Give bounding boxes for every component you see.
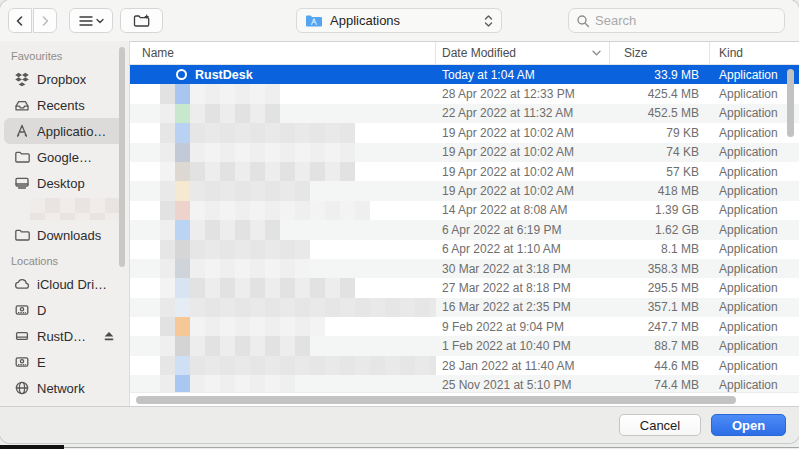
table-row[interactable]: 6 Apr 2022 at 6:19 PM1.62 GBApplication [130, 220, 799, 239]
table-row[interactable]: 9 Feb 2022 at 9:04 PM247.7 MBApplication [130, 317, 799, 336]
name-cell [130, 298, 436, 317]
name-cell [130, 84, 436, 103]
size-cell: 247.7 MB [610, 317, 710, 336]
size-cell: 425.4 MB [610, 84, 710, 103]
date-modified-cell: 6 Apr 2022 at 6:19 PM [436, 220, 610, 239]
table-row[interactable]: 14 Apr 2022 at 8:08 AM1.39 GBApplication [130, 201, 799, 220]
table-row[interactable]: 19 Apr 2022 at 10:02 AM74 KBApplication [130, 143, 799, 162]
table-rows: RustDeskToday at 1:04 AM33.9 MBApplicati… [130, 65, 799, 392]
back-button[interactable] [8, 8, 32, 33]
horizontal-scrollbar-thumb[interactable] [136, 396, 736, 404]
table-row[interactable]: 28 Apr 2022 at 12:33 PM425.4 MBApplicati… [130, 84, 799, 103]
sidebar-item-label: Desktop [37, 176, 85, 191]
name-cell [130, 317, 436, 336]
forward-button[interactable] [33, 8, 57, 33]
search-input[interactable]: Search [568, 8, 785, 33]
folder-icon [13, 227, 30, 244]
table-row[interactable]: 30 Mar 2022 at 3:18 PM358.3 MBApplicatio… [130, 259, 799, 278]
table-row[interactable]: 6 Apr 2022 at 1:10 AM8.1 MBApplication [130, 240, 799, 259]
sidebar-item-label: Applicatio… [37, 124, 106, 139]
size-cell: 57 KB [610, 162, 710, 181]
sort-chevron-down-icon [592, 50, 601, 56]
name-cell [130, 143, 436, 162]
sidebar-item-network[interactable]: Network [4, 375, 125, 401]
desktop-icon [13, 175, 30, 192]
redacted-name-mosaic [160, 317, 325, 336]
kind-cell: Application [710, 298, 799, 317]
size-cell: 1.39 GB [610, 201, 710, 220]
size-cell: 357.1 MB [610, 298, 710, 317]
sidebar-item-redacted[interactable] [30, 198, 121, 220]
sidebar-scrollbar[interactable] [119, 47, 125, 267]
open-button[interactable]: Open [711, 414, 786, 436]
location-dropdown[interactable]: Applications [296, 8, 502, 33]
sidebar-item-label: RustD… [37, 329, 86, 344]
sidebar-item-rustd[interactable]: RustD… [4, 323, 125, 349]
date-modified-cell: 19 Apr 2022 at 10:02 AM [436, 162, 610, 181]
date-modified-cell: Today at 1:04 AM [436, 65, 610, 84]
disk-icon [13, 302, 30, 319]
sidebar-item-applicatio[interactable]: Applicatio… [4, 118, 125, 144]
rustdesk-app-icon [176, 69, 187, 80]
column-header-date-modified[interactable]: Date Modified [436, 42, 610, 64]
date-modified-cell: 19 Apr 2022 at 10:02 AM [436, 123, 610, 142]
view-mode-button[interactable] [69, 8, 113, 33]
sidebar-item-google[interactable]: Google… [4, 144, 125, 170]
column-header-name[interactable]: Name [130, 42, 436, 64]
date-modified-cell: 27 Mar 2022 at 8:18 PM [436, 278, 610, 297]
date-modified-cell: 16 Mar 2022 at 2:35 PM [436, 298, 610, 317]
sidebar-section-label: Favourites [0, 43, 129, 66]
sidebar-item-iclouddri[interactable]: iCloud Dri… [4, 271, 125, 297]
date-modified-cell: 9 Feb 2022 at 9:04 PM [436, 317, 610, 336]
name-cell [130, 278, 436, 297]
sidebar-item-downloads[interactable]: Downloads [4, 222, 125, 248]
redacted-name-mosaic [160, 220, 280, 239]
file-name: RustDesk [195, 68, 253, 82]
sidebar-item-label: Network [37, 381, 85, 396]
redacted-name-mosaic [160, 104, 280, 123]
redacted-name-mosaic [160, 278, 355, 297]
table-row[interactable]: 27 Mar 2022 at 8:18 PM295.5 MBApplicatio… [130, 278, 799, 297]
vertical-scrollbar-thumb[interactable] [787, 69, 794, 137]
date-modified-cell: 28 Apr 2022 at 12:33 PM [436, 84, 610, 103]
sidebar-item-d[interactable]: D [4, 297, 125, 323]
table-row[interactable]: 19 Apr 2022 at 10:02 AM79 KBApplication [130, 123, 799, 142]
size-cell: 74 KB [610, 143, 710, 162]
table-row[interactable]: 25 Nov 2021 at 5:10 PM74.4 MBApplication [130, 375, 799, 392]
date-modified-cell: 6 Apr 2022 at 1:10 AM [436, 240, 610, 259]
kind-cell: Application [710, 278, 799, 297]
kind-cell: Application [710, 84, 799, 103]
name-cell [130, 375, 436, 392]
chevron-right-icon [39, 15, 51, 27]
kind-cell: Application [710, 123, 799, 142]
sidebar-item-e[interactable]: E [4, 349, 125, 375]
sidebar-item-dropbox[interactable]: Dropbox [4, 66, 125, 92]
table-row[interactable]: 19 Apr 2022 at 10:02 AM57 KBApplication [130, 162, 799, 181]
table-row[interactable]: 22 Apr 2022 at 11:32 AM452.5 MBApplicati… [130, 104, 799, 123]
sidebar-item-label: Dropbox [37, 72, 86, 87]
table-header: Name Date Modified Size Kind [130, 41, 799, 65]
table-row[interactable]: 16 Mar 2022 at 2:35 PM357.1 MBApplicatio… [130, 298, 799, 317]
external-disk-icon [13, 328, 30, 345]
new-folder-icon [133, 14, 151, 28]
table-row[interactable]: 19 Apr 2022 at 10:02 AM418 MBApplication [130, 181, 799, 200]
disk-icon [13, 354, 30, 371]
dropbox-icon [13, 71, 30, 88]
size-cell: 74.4 MB [610, 375, 710, 392]
redacted-name-mosaic [160, 356, 436, 375]
up-down-chevrons-icon [484, 14, 493, 28]
sidebar-item-desktop[interactable]: Desktop [4, 170, 125, 196]
new-folder-button[interactable] [120, 8, 163, 33]
column-header-kind[interactable]: Kind [710, 42, 799, 64]
table-row[interactable]: RustDeskToday at 1:04 AM33.9 MBApplicati… [130, 65, 799, 84]
cancel-button[interactable]: Cancel [619, 414, 701, 436]
sidebar-item-recents[interactable]: Recents [4, 92, 125, 118]
date-modified-cell: 25 Nov 2021 at 5:10 PM [436, 375, 610, 392]
table-row[interactable]: 1 Feb 2022 at 10:40 PM88.7 MBApplication [130, 336, 799, 355]
table-row[interactable]: 28 Jan 2022 at 11:40 AM44.6 MBApplicatio… [130, 356, 799, 375]
sidebar-item-label: E [37, 355, 46, 370]
eject-icon[interactable] [103, 331, 115, 342]
name-cell [130, 356, 436, 375]
column-header-size[interactable]: Size [610, 42, 710, 64]
nav-button-group [8, 8, 57, 33]
